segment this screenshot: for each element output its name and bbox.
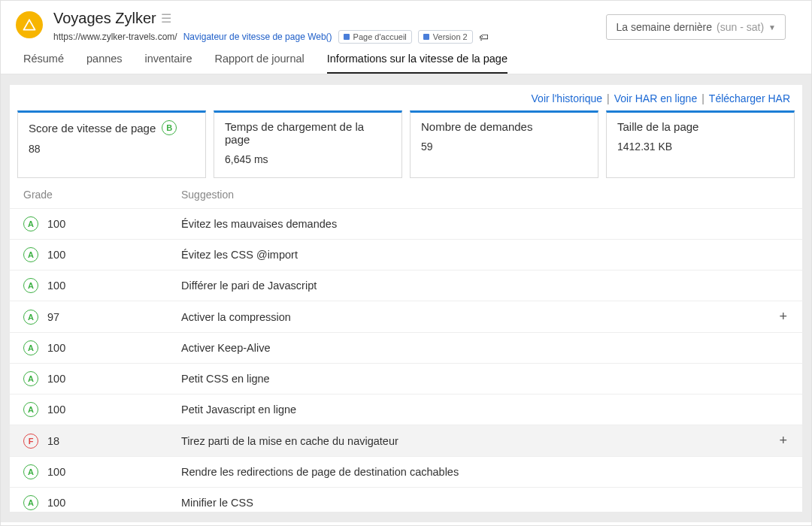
alert-triangle-icon	[22, 17, 37, 32]
table-row[interactable]: A100Minifier le CSS	[10, 487, 802, 512]
view-har-online-link[interactable]: Voir HAR en ligne	[614, 92, 698, 104]
cell-suggestion: Rendre les redirections de page de desti…	[181, 466, 789, 478]
cell-grade: A100	[23, 247, 181, 262]
view-history-link[interactable]: Voir l'historique	[532, 92, 603, 104]
cell-grade: A100	[23, 216, 181, 231]
metric-card[interactable]: Temps de chargement de la page6,645 ms	[214, 110, 402, 178]
metric-card[interactable]: Score de vitesse de pageB88	[17, 110, 206, 178]
table-row[interactable]: A100Rendre les redirections de page de d…	[10, 456, 802, 487]
grade-score: 100	[47, 404, 65, 416]
tab-2[interactable]: inventaire	[145, 53, 192, 74]
header: Voyages Zylker ☰ https://www.zylker-trav…	[1, 1, 811, 44]
metric-value: 88	[29, 143, 195, 155]
cell-grade: A100	[23, 371, 181, 386]
grade-icon: A	[23, 402, 38, 417]
web-speed-navigator-link[interactable]: Navigateur de vitesse de page Web()	[183, 32, 332, 42]
metric-label-text: Nombre de demandes	[421, 120, 532, 133]
cell-grade: A100	[23, 340, 181, 355]
pill-label: Version 2	[433, 32, 468, 41]
menu-icon[interactable]: ☰	[161, 11, 171, 26]
grade-score: 100	[47, 373, 65, 385]
table-row[interactable]: F18Tirez parti de la mise en cache du na…	[10, 425, 802, 456]
col-header-suggestion: Suggestion	[181, 189, 789, 201]
metric-label-text: Score de vitesse de page	[29, 122, 156, 135]
table-header: Grade Suggestion	[10, 178, 802, 208]
grade-score: 100	[47, 218, 65, 230]
content-area: Voir l'historique | Voir HAR en ligne | …	[1, 74, 811, 522]
cell-grade: A97	[23, 310, 181, 325]
metric-label: Score de vitesse de pageB	[29, 120, 195, 135]
grade-score: 100	[47, 497, 65, 509]
table-row[interactable]: A100Évitez les CSS @import	[10, 239, 802, 270]
cell-grade: F18	[23, 434, 181, 449]
grade-icon: A	[23, 247, 38, 262]
grade-icon: A	[23, 495, 38, 510]
grade-icon: A	[23, 216, 38, 231]
pill-label: Page d'accueil	[353, 32, 407, 41]
grade-icon: A	[23, 278, 38, 293]
metric-card[interactable]: Nombre de demandes59	[410, 110, 598, 178]
table-row[interactable]: A100Évitez les mauvaises demandes	[10, 208, 802, 239]
date-range-picker[interactable]: La semaine dernière (sun - sat) ▼	[606, 14, 786, 40]
metric-value: 59	[421, 141, 587, 153]
date-range-label: La semaine dernière	[616, 21, 712, 33]
pill-homepage[interactable]: Page d'accueil	[338, 30, 412, 44]
grade-icon: A	[23, 310, 38, 325]
date-range-sub: (sun - sat)	[717, 21, 764, 33]
title-row: Voyages Zylker ☰	[53, 10, 489, 27]
cell-grade: A100	[23, 495, 181, 510]
table-row[interactable]: A100Activer Keep-Alive	[10, 332, 802, 363]
tab-4[interactable]: Informations sur la vitesse de la page	[327, 53, 508, 74]
grade-score: 100	[47, 466, 65, 478]
expand-icon[interactable]: +	[779, 433, 789, 449]
table-row[interactable]: A100Petit CSS en ligne	[10, 363, 802, 394]
cell-suggestion: Différer le pari de Javascript	[181, 280, 789, 292]
grade-score: 100	[47, 280, 65, 292]
tab-1[interactable]: pannes	[86, 53, 123, 74]
header-left: Voyages Zylker ☰ https://www.zylker-trav…	[16, 10, 489, 44]
col-header-grade: Grade	[23, 189, 181, 201]
separator: |	[701, 92, 704, 104]
chevron-down-icon: ▼	[768, 23, 776, 32]
metric-value: 1412.31 KB	[617, 141, 783, 153]
grade-icon: A	[23, 340, 38, 355]
download-har-link[interactable]: Télécharger HAR	[709, 92, 790, 104]
table-row[interactable]: A97Activer la compression+	[10, 301, 802, 332]
grade-score: 100	[47, 249, 65, 261]
title-wrap: Voyages Zylker ☰ https://www.zylker-trav…	[53, 10, 489, 44]
site-logo	[16, 11, 43, 38]
cell-suggestion: Tirez parti de la mise en cache du navig…	[181, 435, 779, 447]
cell-suggestion: Minifier le CSS	[181, 497, 789, 509]
grade-score: 97	[47, 311, 59, 323]
cell-suggestion: Petit Javascript en ligne	[181, 404, 789, 416]
metrics-row: Score de vitesse de pageB88Temps de char…	[10, 110, 802, 178]
table-row[interactable]: A100Différer le pari de Javascript	[10, 270, 802, 301]
grade-badge: B	[162, 120, 177, 135]
page-title: Voyages Zylker	[53, 10, 156, 27]
expand-icon[interactable]: +	[779, 309, 789, 325]
cell-suggestion: Petit CSS en ligne	[181, 373, 789, 385]
action-links: Voir l'historique | Voir HAR en ligne | …	[10, 85, 802, 110]
tab-0[interactable]: Résumé	[23, 53, 64, 74]
metric-label: Temps de chargement de la page	[225, 120, 391, 146]
card: Voir l'historique | Voir HAR en ligne | …	[10, 85, 802, 512]
metric-label-text: Taille de la page	[617, 120, 698, 133]
grade-icon: A	[23, 371, 38, 386]
cell-suggestion: Évitez les mauvaises demandes	[181, 218, 789, 230]
metric-label-text: Temps de chargement de la page	[225, 120, 391, 146]
tabs: RésumépannesinventaireRapport de journal…	[1, 44, 811, 74]
table-body: A100Évitez les mauvaises demandesA100Évi…	[10, 208, 802, 512]
square-icon	[344, 34, 350, 40]
cell-suggestion: Activer Keep-Alive	[181, 342, 789, 354]
grade-icon: A	[23, 464, 38, 479]
pill-version[interactable]: Version 2	[418, 30, 473, 44]
cell-grade: A100	[23, 278, 181, 293]
tab-3[interactable]: Rapport de journal	[214, 53, 304, 74]
metric-label: Nombre de demandes	[421, 120, 587, 133]
metric-card[interactable]: Taille de la page1412.31 KB	[606, 110, 795, 178]
sub-row: https://www.zylker-travels.com/ Navigate…	[53, 30, 489, 44]
grade-icon: F	[23, 434, 38, 449]
table-row[interactable]: A100Petit Javascript en ligne	[10, 394, 802, 425]
square-icon	[423, 34, 429, 40]
tag-icon[interactable]: 🏷	[479, 32, 489, 43]
